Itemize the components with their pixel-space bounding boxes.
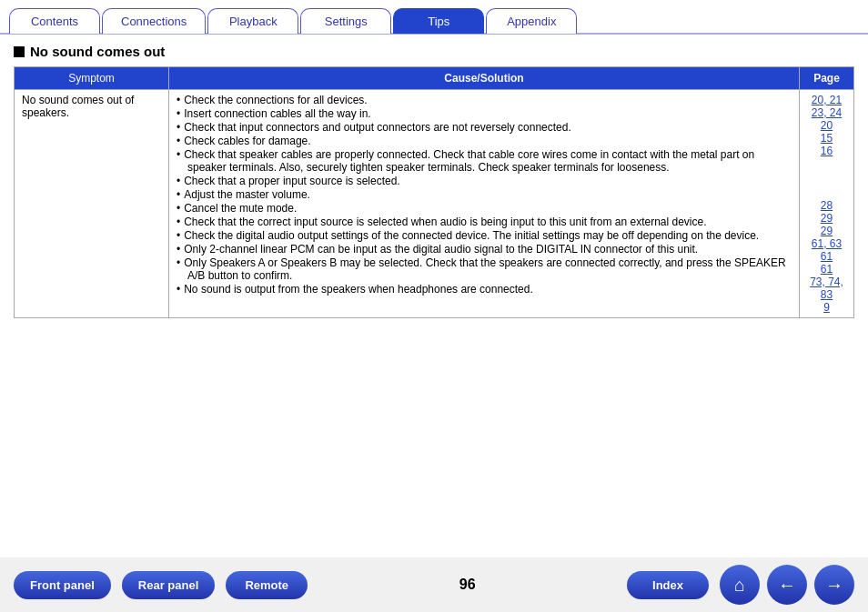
section-icon [14, 46, 25, 57]
page-row: 28 [807, 199, 846, 212]
rear-panel-button[interactable]: Rear panel [122, 571, 215, 599]
cause-item: Check cables for damage. [177, 135, 792, 147]
cause-item: Check that input connectors and output c… [177, 121, 792, 134]
page-row: 61 [807, 263, 846, 276]
cause-item: Check that the correct input source is s… [177, 216, 792, 228]
forward-icon: → [825, 575, 843, 596]
cause-item: Check that a proper input source is sele… [177, 175, 792, 187]
page-link[interactable]: 20 [821, 119, 833, 132]
page-number: 96 [318, 577, 616, 593]
page-row: 73, 74, [807, 276, 846, 288]
page-links: 20, 21 23, 24 20 15 16 [807, 94, 846, 314]
page-link[interactable]: 28 [821, 199, 833, 212]
page-link[interactable]: 73, 74, [810, 276, 843, 288]
back-icon: ← [778, 575, 796, 596]
cause-item: Check that speaker cables are properly c… [177, 148, 792, 174]
page-link[interactable]: 61 [821, 250, 833, 263]
tab-appendix[interactable]: Appendix [486, 8, 577, 34]
tab-playback[interactable]: Playback [207, 8, 298, 34]
tab-contents[interactable]: Contents [9, 8, 100, 34]
cause-item: Check the connections for all devices. [177, 94, 792, 106]
remote-button[interactable]: Remote [226, 571, 308, 599]
table-row: No sound comes out of speakers. Check th… [15, 90, 854, 318]
section-title: No sound comes out [14, 44, 854, 59]
page-row: 9 [807, 301, 846, 314]
back-button[interactable]: ← [767, 565, 807, 605]
bottom-right-icons: ⌂ ← → [720, 565, 854, 605]
page-link[interactable]: 16 [821, 145, 833, 157]
tab-settings[interactable]: Settings [300, 8, 391, 34]
tab-connections[interactable]: Connections [102, 8, 206, 34]
page-row: 20 [807, 119, 846, 132]
forward-button[interactable]: → [814, 565, 854, 605]
cause-cell: Check the connections for all devices. I… [169, 90, 800, 318]
page-row: 83 [807, 288, 846, 301]
col-header-symptom: Symptom [15, 67, 169, 90]
cause-item: Only Speakers A or Speakers B may be sel… [177, 256, 792, 282]
page-link[interactable]: 61, 63 [812, 237, 842, 250]
col-header-cause: Cause/Solution [169, 67, 800, 90]
page-row: 61 [807, 250, 846, 263]
front-panel-button[interactable]: Front panel [14, 571, 111, 599]
page-row: 15 [807, 132, 846, 145]
main-content: No sound comes out Symptom Cause/Solutio… [0, 33, 868, 327]
page-link[interactable]: 23, 24 [812, 106, 842, 119]
cause-item: Only 2-channel linear PCM can be input a… [177, 243, 792, 256]
page-spacer [807, 157, 846, 199]
page-row: 61, 63 [807, 237, 846, 250]
cause-item: Adjust the master volume. [177, 188, 792, 201]
tabs-bar: Contents Connections Playback Settings T… [0, 0, 868, 33]
page-link[interactable]: 29 [821, 212, 833, 225]
cause-item: Check the digital audio output settings … [177, 229, 792, 242]
page-row: 29 [807, 212, 846, 225]
page-link[interactable]: 61 [821, 263, 833, 276]
page-link[interactable]: 15 [821, 132, 833, 145]
page-row: 23, 24 [807, 106, 846, 119]
home-icon: ⌂ [734, 575, 745, 596]
page-cell: 20, 21 23, 24 20 15 16 [800, 90, 854, 318]
bottom-bar: Front panel Rear panel Remote 96 Index ⌂… [0, 557, 868, 612]
cause-item: No sound is output from the speakers whe… [177, 283, 792, 296]
tab-tips[interactable]: Tips [393, 8, 484, 34]
page-row: 20, 21 [807, 94, 846, 106]
cause-item: Cancel the mute mode. [177, 202, 792, 215]
cause-item: Insert connection cables all the way in. [177, 107, 792, 120]
page-link[interactable]: 20, 21 [812, 94, 842, 106]
cause-list: Check the connections for all devices. I… [177, 94, 792, 296]
col-header-page: Page [800, 67, 854, 90]
page-link[interactable]: 9 [823, 301, 830, 314]
page-row: 16 [807, 145, 846, 157]
index-button[interactable]: Index [627, 571, 709, 599]
page-link[interactable]: 29 [821, 225, 833, 237]
trouble-table: Symptom Cause/Solution Page No sound com… [14, 66, 854, 318]
page-row: 29 [807, 225, 846, 237]
symptom-cell: No sound comes out of speakers. [15, 90, 169, 318]
page-link[interactable]: 83 [821, 288, 833, 301]
home-button[interactable]: ⌂ [720, 565, 760, 605]
